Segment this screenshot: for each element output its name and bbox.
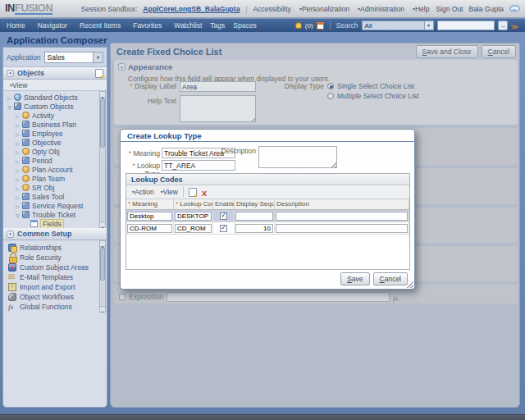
function-icon [8, 303, 16, 311]
expand-toggle-icon[interactable] [14, 175, 21, 183]
column-header-display-sequence[interactable]: Display Sequence [235, 199, 275, 209]
common-setup-item-relationships[interactable]: Relationships [3, 243, 107, 253]
notifications-bell-icon[interactable] [295, 22, 302, 29]
tree-item-business-plan[interactable]: Business Plan [3, 120, 107, 129]
collapse-toggle-icon[interactable] [14, 211, 21, 219]
row-description-input[interactable] [276, 212, 408, 221]
scroll-up-icon[interactable] [100, 92, 105, 98]
tree-item-sr-obj[interactable]: SR Obj [3, 183, 107, 192]
row-display-sequence-input[interactable] [235, 212, 273, 221]
nav-item-home[interactable]: Home [7, 21, 25, 30]
nav-item-watchlist[interactable]: Watchlist [170, 21, 202, 30]
nav-item-spaces[interactable]: Spaces [233, 21, 256, 30]
common-setup-item-role-security[interactable]: Role Security [3, 253, 107, 262]
tree-item-period[interactable]: Period [3, 156, 107, 165]
tree-item-custom-objects[interactable]: Custom Objects [3, 102, 107, 111]
row-meaning-input[interactable] [127, 212, 172, 221]
common-setup-item-global-functions[interactable]: Global Functions [3, 302, 107, 312]
table-row[interactable] [126, 210, 409, 222]
nav-item-tags[interactable]: Tags [210, 21, 225, 30]
tree-item-opty-obj[interactable]: Opty Obj [3, 147, 107, 156]
common-setup-item-import-and-export[interactable]: Import and Export [3, 282, 107, 292]
advanced-search-icon[interactable] [511, 18, 518, 33]
scrollbar-thumb[interactable] [100, 248, 105, 281]
tree-item-service-request[interactable]: Service Request [3, 201, 107, 210]
tree-item-objective[interactable]: Objective [3, 138, 107, 147]
row-display-sequence-input[interactable] [235, 224, 273, 233]
tree-item-trouble-ticket[interactable]: Trouble Ticket [3, 210, 107, 219]
session-sandbox-link[interactable]: ApplCoreLongSB_BalaGupta [143, 5, 240, 13]
dialog-cancel-button[interactable]: Cancel [373, 272, 408, 285]
chevron-down-icon[interactable] [93, 52, 103, 62]
nav-item-favorites[interactable]: Favorites [129, 21, 162, 30]
delete-row-icon[interactable] [202, 185, 207, 199]
scroll-down-icon[interactable] [100, 306, 105, 312]
header-link-administration[interactable]: Administration [356, 5, 404, 13]
expand-toggle-icon[interactable] [6, 94, 13, 102]
dialog-resize-handle[interactable] [407, 281, 413, 288]
tree-item-activity[interactable]: Activity [3, 111, 107, 120]
scrollbar-thumb[interactable] [100, 98, 105, 148]
column-header-enabled[interactable]: Enabled [213, 199, 235, 209]
nav-item-navigator[interactable]: Navigator [34, 21, 67, 30]
enabled-checkbox[interactable] [220, 225, 227, 232]
chevron-down-icon[interactable] [424, 21, 433, 30]
tree-item-employee[interactable]: Employee [3, 129, 107, 138]
column-header-meaning[interactable]: Meaning [126, 199, 174, 209]
application-select[interactable]: Sales [44, 52, 103, 63]
column-header-description[interactable]: Description [275, 199, 409, 209]
expand-toggle-icon[interactable] [14, 148, 21, 156]
scroll-down-icon[interactable] [100, 221, 105, 227]
table-row[interactable] [126, 222, 409, 235]
header-link-help[interactable]: Help [411, 5, 430, 13]
tree-item-fields[interactable]: Fields [3, 219, 107, 228]
expand-toggle-icon[interactable] [14, 166, 21, 174]
new-object-icon[interactable] [95, 69, 103, 78]
view-menu-button[interactable]: View [8, 81, 27, 89]
row-lookup-code-input[interactable] [175, 212, 212, 221]
expand-toggle-icon[interactable] [14, 193, 21, 201]
common-setup-scrollbar[interactable] [99, 240, 106, 313]
expand-toggle-icon[interactable] [14, 139, 21, 147]
expand-toggle-icon[interactable] [14, 121, 21, 129]
row-description-input[interactable] [276, 224, 408, 233]
tree-item-plan-account[interactable]: Plan Account [3, 165, 107, 174]
tree-scrollbar[interactable] [99, 91, 106, 228]
common-setup-item-object-workflows[interactable]: Object Workflows [3, 292, 107, 302]
expand-toggle-icon[interactable] [14, 184, 21, 192]
calendar-icon[interactable] [317, 22, 324, 30]
header-link-accessibility[interactable]: Accessibility [253, 5, 291, 13]
search-input[interactable] [437, 21, 495, 30]
new-row-icon[interactable] [189, 188, 197, 197]
expand-toggle-icon[interactable] [14, 130, 21, 138]
collapse-toggle-icon[interactable] [6, 103, 13, 111]
common-setup-item-custom-subject-areas[interactable]: Custom Subject Areas [3, 262, 107, 272]
row-meaning-input[interactable] [127, 224, 172, 233]
description-textarea[interactable] [258, 146, 337, 168]
column-header-lookup-code[interactable]: Lookup Code [174, 199, 213, 209]
collapse-section-icon[interactable] [7, 231, 14, 238]
view-menu-button[interactable]: View [159, 188, 178, 196]
common-setup-item-e-mail-templates[interactable]: E-Mail Templates [3, 272, 107, 282]
scroll-up-icon[interactable] [100, 241, 105, 247]
search-go-button[interactable] [498, 21, 508, 30]
row-lookup-code-input[interactable] [175, 224, 212, 233]
tree-item-standard-objects[interactable]: Standard Objects [3, 93, 107, 102]
search-scope-select[interactable]: All [362, 21, 434, 30]
infusion-logo: IN FUSION [5, 3, 52, 15]
header-link-personalization[interactable]: Personalization [298, 5, 349, 13]
resize-handle-icon[interactable] [331, 162, 336, 167]
expand-toggle-icon[interactable] [14, 157, 21, 165]
chat-bubble-icon[interactable] [509, 5, 520, 12]
lookup-type-input[interactable] [162, 160, 235, 171]
enabled-checkbox[interactable] [220, 212, 227, 220]
collapse-section-icon[interactable] [7, 70, 14, 77]
action-menu-button[interactable]: Action [130, 188, 154, 196]
expand-toggle-icon[interactable] [14, 202, 21, 210]
header-link-sign-out[interactable]: Sign Out [436, 5, 463, 13]
dialog-save-button[interactable]: Save [340, 272, 369, 285]
expand-toggle-icon[interactable] [14, 112, 21, 120]
nav-item-recent-items[interactable]: Recent Items [75, 21, 121, 30]
tree-item-sales-tool[interactable]: Sales Tool [3, 192, 107, 201]
tree-item-plan-team[interactable]: Plan Team [3, 174, 107, 183]
